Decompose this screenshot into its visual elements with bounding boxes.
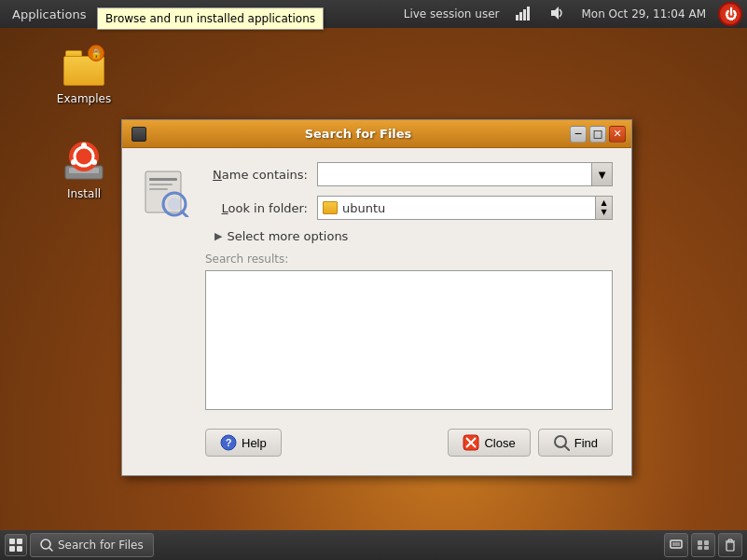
svg-rect-35	[704, 540, 709, 545]
svg-line-25	[565, 446, 569, 450]
maximize-button[interactable]: □	[589, 126, 606, 143]
minimize-icon: ─	[575, 128, 582, 140]
taskbar-search-label: Search for Files	[58, 539, 144, 552]
search-big-icon	[141, 167, 191, 217]
close-icon	[463, 434, 479, 451]
find-icon	[553, 434, 570, 451]
svg-point-10	[91, 159, 97, 165]
datetime: Mon Oct 29, 11:04 AM	[576, 6, 711, 22]
svg-rect-28	[9, 546, 15, 552]
svg-line-17	[182, 212, 187, 217]
close-btn-label: Close	[484, 436, 515, 450]
grid-view-icon	[697, 540, 710, 551]
svg-rect-27	[17, 539, 22, 544]
svg-point-8	[75, 147, 93, 166]
desktop: Applications Places System Live session …	[0, 0, 747, 560]
name-contains-row: Name contains: ▼	[205, 162, 613, 186]
panel-right: Live session user Mon Oct 29, 11:04 AM	[399, 2, 742, 26]
svg-rect-33	[672, 542, 680, 546]
svg-rect-38	[726, 542, 734, 551]
dialog-titlebar: Search for Files ─ □ ✕	[122, 120, 631, 148]
svg-rect-15	[149, 188, 168, 190]
taskbar-view-btn-1[interactable]	[664, 533, 688, 557]
select-more-options-link[interactable]: Select more options	[227, 229, 348, 243]
name-contains-input[interactable]	[317, 162, 592, 186]
svg-rect-36	[698, 546, 702, 550]
name-contains-dropdown-btn[interactable]: ▼	[592, 162, 613, 186]
install-svg	[62, 140, 106, 184]
options-arrow-icon: ▶	[214, 230, 222, 242]
install-icon[interactable]: Install	[47, 140, 121, 201]
session-user: Live session user	[399, 6, 505, 22]
examples-label: Examples	[53, 91, 115, 106]
spin-up-icon: ▲	[601, 199, 606, 207]
select-more-options-row: ▶ Select more options	[205, 229, 613, 243]
taskbar-search-item[interactable]: Search for Files	[30, 533, 154, 557]
minimize-button[interactable]: ─	[570, 126, 587, 143]
power-button[interactable]: ⏻	[718, 2, 742, 26]
folder-lock-icon: 🔒	[88, 45, 104, 61]
dialog-title: Search for Files	[146, 127, 570, 141]
help-btn-label: Help	[242, 436, 267, 450]
svg-rect-3	[527, 7, 530, 20]
search-illustration	[141, 162, 191, 220]
right-buttons: Close Find	[448, 429, 613, 457]
svg-rect-0	[516, 15, 519, 20]
taskbar: Search for Files	[0, 530, 747, 560]
spin-down-icon: ▼	[601, 209, 606, 216]
svg-rect-2	[523, 9, 526, 20]
install-icon-img	[62, 140, 106, 184]
examples-icon-img: 🔒	[62, 45, 106, 89]
dialog-main-area: Name contains: ▼ Look in folder:	[141, 162, 613, 461]
svg-point-9	[81, 143, 87, 148]
network-icon	[511, 4, 537, 25]
look-in-folder-label: Look in folder:	[205, 201, 317, 215]
look-in-folder-row: Look in folder: ubuntu ▲ ▼	[205, 196, 613, 220]
taskbar-trash-btn[interactable]	[718, 533, 742, 557]
folder-spin-btn[interactable]: ▲ ▼	[596, 196, 613, 220]
dialog-content: Name contains: ▼ Look in folder:	[122, 148, 631, 475]
find-button[interactable]: Find	[538, 429, 613, 457]
applications-menu[interactable]: Applications	[5, 4, 93, 25]
folder-small-icon	[323, 201, 338, 214]
folder-selector[interactable]: ubuntu	[317, 196, 596, 220]
svg-rect-14	[149, 184, 173, 185]
maximize-icon: □	[593, 128, 602, 140]
applications-tooltip: Browse and run installed applications	[97, 7, 324, 30]
svg-rect-13	[149, 178, 177, 181]
svg-point-18	[168, 198, 181, 211]
find-btn-label: Find	[574, 436, 598, 450]
form-fields: Name contains: ▼ Look in folder:	[205, 162, 613, 461]
volume-icon	[545, 4, 569, 25]
svg-text:?: ?	[226, 437, 232, 448]
taskbar-apps-button[interactable]	[5, 534, 27, 556]
taskbar-view-btn-2[interactable]	[691, 533, 715, 557]
svg-rect-26	[9, 539, 15, 544]
search-results-label: Search results:	[205, 253, 613, 266]
search-for-files-dialog: Search for Files ─ □ ✕	[121, 119, 632, 476]
search-results-area	[205, 270, 613, 410]
examples-icon[interactable]: 🔒 Examples	[47, 45, 121, 106]
svg-point-11	[71, 159, 76, 165]
svg-marker-4	[551, 7, 559, 20]
trash-icon	[724, 539, 737, 552]
dialog-button-row: ? Help	[205, 424, 613, 461]
help-button[interactable]: ? Help	[205, 429, 282, 457]
apps-grid-icon	[8, 538, 23, 553]
taskbar-search-icon	[40, 539, 53, 552]
taskbar-right	[664, 533, 742, 557]
name-contains-combo: ▼	[317, 162, 613, 186]
dropdown-arrow-icon: ▼	[599, 170, 606, 180]
close-window-button[interactable]: ✕	[609, 126, 626, 143]
close-button[interactable]: Close	[448, 429, 530, 457]
folder-icon: 🔒	[62, 48, 106, 86]
dialog-controls: ─ □ ✕	[570, 126, 626, 143]
svg-rect-37	[704, 546, 709, 550]
svg-rect-29	[17, 546, 22, 552]
svg-point-24	[555, 436, 566, 447]
help-icon: ?	[220, 434, 237, 451]
folder-path-text: ubuntu	[342, 201, 590, 215]
titlebar-menu-btn[interactable]	[131, 127, 146, 142]
name-contains-label: Name contains:	[205, 168, 317, 182]
install-label: Install	[63, 186, 104, 201]
